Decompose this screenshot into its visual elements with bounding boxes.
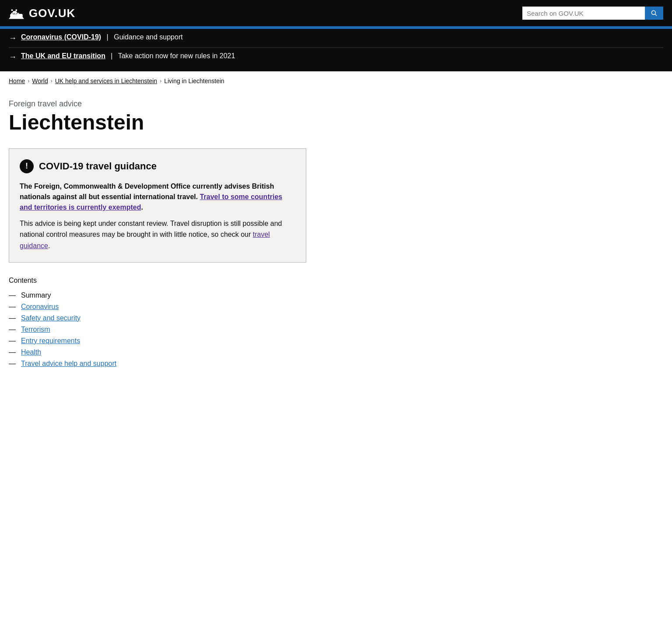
covid-box: ! COVID-19 travel guidance The Foreign, … (9, 148, 306, 263)
contents-item-entry: — Entry requirements (9, 335, 324, 347)
contents-heading: Contents (9, 277, 324, 284)
gov-logo-text: GOV.UK (29, 7, 75, 20)
arrow-icon-covid: → (9, 34, 17, 43)
gov-logo-link[interactable]: GOV.UK (9, 5, 75, 21)
contents-travel-advice-link[interactable]: Travel advice help and support (21, 360, 116, 368)
search-button[interactable] (645, 7, 663, 20)
search-form (522, 7, 663, 20)
dash-safety: — (9, 314, 16, 322)
dash-travel-advice: — (9, 360, 16, 368)
covid-box-title: ! COVID-19 travel guidance (20, 159, 295, 173)
breadcrumb: Home › World › UK help and services in L… (0, 71, 672, 91)
covid-normal-paragraph: This advice is being kept under constant… (20, 218, 295, 252)
dash-coronavirus: — (9, 303, 16, 311)
contents-item-health: — Health (9, 347, 324, 358)
breadcrumb-current: Living in Liechtenstein (164, 77, 224, 84)
arrow-icon-eu: → (9, 53, 17, 62)
breadcrumb-world[interactable]: World (32, 77, 48, 84)
contents-item-travel-advice: — Travel advice help and support (9, 358, 324, 369)
dash-health: — (9, 348, 16, 356)
contents-list: — Summary — Coronavirus — Safety and sec… (9, 290, 324, 369)
svg-line-1 (655, 14, 657, 16)
contents-summary-label: Summary (21, 291, 51, 299)
exclaim-icon: ! (20, 159, 34, 173)
contents-safety-link[interactable]: Safety and security (21, 314, 80, 322)
dash-terrorism: — (9, 326, 16, 334)
contents-item-terrorism: — Terrorism (9, 324, 324, 335)
contents-item-coronavirus: — Coronavirus (9, 301, 324, 312)
announcements-section: → Coronavirus (COVID-19) | Guidance and … (0, 29, 672, 71)
contents-item-safety: — Safety and security (9, 312, 324, 324)
svg-point-0 (651, 11, 655, 14)
eu-link[interactable]: The UK and EU transition (21, 52, 105, 60)
breadcrumb-uk-help[interactable]: UK help and services in Liechtenstein (55, 77, 157, 84)
breadcrumb-sep-2: › (51, 78, 52, 84)
breadcrumb-sep-1: › (28, 78, 29, 84)
main-content: Foreign travel advice Liechtenstein ! CO… (0, 91, 332, 387)
search-input[interactable] (522, 7, 645, 20)
site-header: GOV.UK (0, 0, 672, 26)
covid-bold-paragraph: The Foreign, Commonwealth & Development … (20, 181, 295, 213)
contents-terrorism-link[interactable]: Terrorism (21, 326, 50, 334)
dash-summary: — (9, 291, 16, 299)
contents-entry-link[interactable]: Entry requirements (21, 337, 80, 345)
search-icon (650, 9, 658, 17)
announcement-eu: → The UK and EU transition | Take action… (9, 47, 663, 66)
page-subtitle: Foreign travel advice (9, 99, 324, 109)
contents-coronavirus-link[interactable]: Coronavirus (21, 303, 59, 311)
covid-normal-prefix: This advice is being kept under constant… (20, 220, 282, 239)
dash-entry: — (9, 337, 16, 345)
crown-icon (9, 5, 24, 21)
breadcrumb-sep-3: › (160, 78, 161, 84)
covid-suffix: . (48, 242, 50, 249)
contents-item-summary: — Summary (9, 290, 324, 301)
contents-nav: Contents — Summary — Coronavirus — Safet… (9, 277, 324, 369)
contents-health-link[interactable]: Health (21, 348, 41, 356)
breadcrumb-home[interactable]: Home (9, 77, 25, 84)
page-title: Liechtenstein (9, 111, 324, 134)
covid-link[interactable]: Coronavirus (COVID-19) (21, 33, 101, 41)
announcement-covid: → Coronavirus (COVID-19) | Guidance and … (9, 29, 663, 47)
